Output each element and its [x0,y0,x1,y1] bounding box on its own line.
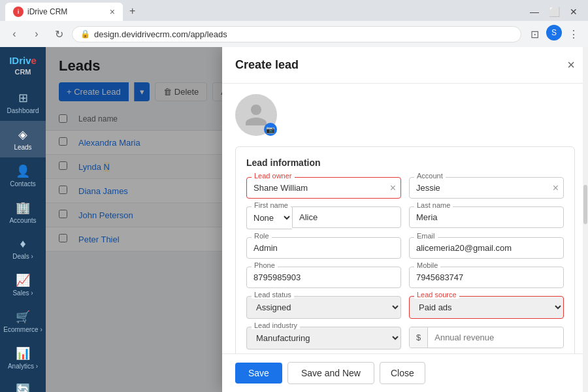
avatar-container: 📷 [235,94,277,136]
tab-favicon: i [13,7,24,17]
first-name-group: First name None Mr. Ms. Mrs. Dr. [246,206,401,229]
sidebar: IDrive CRM ⊞ Dashboard ◈ Leads 👤 Contact… [0,47,46,392]
mobile-input[interactable] [409,267,564,288]
annual-revenue-input[interactable] [428,327,563,348]
camera-icon: 📷 [266,125,275,134]
modal-header: Create lead × [222,47,588,84]
close-window-button[interactable]: ✕ [564,3,583,21]
sidebar-item-deals[interactable]: ♦ Deals › [0,231,46,267]
sidebar-item-ecommerce[interactable]: 🛒 Ecommerce › [0,303,46,340]
contacts-icon: 👤 [16,164,30,178]
avatar-section: 📷 [235,94,575,136]
annual-revenue-input-wrapper: $ [409,327,564,348]
sidebar-item-contacts[interactable]: 👤 Contacts [0,157,46,194]
account-label: Account [414,172,446,180]
annual-revenue-field: $ [409,327,564,350]
name-prefix-select[interactable]: None Mr. Ms. Mrs. Dr. [246,206,292,229]
profile-avatar[interactable]: S [546,25,562,41]
form-row-role-email: Role Email [246,237,564,259]
first-name-input[interactable] [292,206,401,228]
minimize-button[interactable]: — [525,3,544,21]
lead-source-select[interactable]: Paid ads Organic Referral Social Media [409,296,564,319]
accounts-icon: 🏢 [16,201,30,215]
lead-information-section: Lead information Lead owner × Account × [235,146,575,353]
modal-title: Create lead [235,58,299,72]
sidebar-item-accounts[interactable]: 🏢 Accounts [0,194,46,231]
avatar-edit-button[interactable]: 📷 [264,123,277,136]
lead-source-label: Lead source [414,291,459,299]
name-prefix-group: None Mr. Ms. Mrs. Dr. [246,206,292,229]
lead-industry-field: Lead industry Manufacturing Technology H… [246,327,401,350]
last-name-group: Last name [409,206,564,229]
active-tab: i iDrive CRM × [5,3,123,21]
tab-title: iDrive CRM [27,7,67,16]
role-label: Role [252,232,272,240]
forward-button[interactable]: › [27,25,46,43]
form-row-name: First name None Mr. Ms. Mrs. Dr. [246,206,564,229]
data-migration-icon: 🔄 [16,383,30,392]
tab-close-button[interactable]: × [110,7,115,16]
security-icon: 🔒 [80,29,90,39]
email-input[interactable] [409,237,564,259]
last-name-label: Last name [414,201,453,209]
ecommerce-icon: 🛒 [16,310,30,324]
modal-body[interactable]: 📷 Lead information Lead owner × [222,84,588,353]
form-row-owner-account: Lead owner × Account × [246,177,564,199]
lead-status-select[interactable]: Assigned New In Progress Closed [246,296,401,319]
sidebar-item-data-migration[interactable]: 🔄 Data Migration [0,376,46,392]
deals-icon: ♦ [20,237,25,251]
form-row-industry-revenue: Lead industry Manufacturing Technology H… [246,327,564,350]
first-name-field [292,206,401,229]
browser-controls: ‹ › ↻ 🔒 design.devidrivecrm.com/app/lead… [0,21,588,47]
refresh-button[interactable]: ↻ [50,25,68,43]
email-label: Email [414,232,438,240]
phone-label: Phone [252,261,278,269]
account-input[interactable] [409,177,564,199]
create-lead-modal: Create lead × 📷 Le [222,47,588,392]
sidebar-item-analytics[interactable]: 📊 Analytics › [0,340,46,376]
browser-actions: ⊡ S ⋮ [525,25,583,43]
address-bar[interactable]: 🔒 design.devidrivecrm.com/app/leads [72,26,521,42]
maximize-button[interactable]: ⬜ [545,3,563,21]
lead-owner-clear-button[interactable]: × [390,182,396,194]
form-row-status-source: Lead status Assigned New In Progress Clo… [246,296,564,319]
scrollbar-thumb [583,185,587,224]
role-input[interactable] [246,237,401,259]
modal-footer: Save Save and New Close [222,353,588,392]
last-name-input[interactable] [409,206,564,228]
currency-symbol: $ [410,327,428,348]
close-button[interactable]: Close [380,362,425,384]
leads-icon: ◈ [18,127,27,142]
sidebar-item-sales[interactable]: 📈 Sales › [0,267,46,303]
save-button[interactable]: Save [235,363,282,384]
form-row-phone-mobile: Phone Mobile [246,267,564,288]
menu-button[interactable]: ⋮ [564,25,583,43]
lead-owner-input[interactable] [246,177,401,199]
app-container: IDrive CRM ⊞ Dashboard ◈ Leads 👤 Contact… [0,47,588,392]
save-and-new-button[interactable]: Save and New [287,362,374,384]
mobile-field: Mobile [409,267,564,288]
sidebar-item-dashboard[interactable]: ⊞ Dashboard [0,84,46,121]
scrollbar-track[interactable] [583,47,588,392]
sales-icon: 📈 [16,273,30,287]
lead-industry-select[interactable]: Manufacturing Technology Healthcare Fina… [246,327,401,350]
sidebar-item-leads[interactable]: ◈ Leads [0,121,46,157]
lead-owner-label: Lead owner [252,172,295,180]
new-tab-button[interactable]: + [123,1,142,21]
mobile-label: Mobile [414,261,440,269]
account-clear-button[interactable]: × [553,182,559,194]
lead-industry-label: Lead industry [252,321,300,329]
modal-close-button[interactable]: × [567,57,575,73]
back-button[interactable]: ‹ [5,25,24,43]
first-name-label: First name [252,201,291,209]
phone-input[interactable] [246,267,401,288]
extensions-button[interactable]: ⊡ [525,25,544,43]
lead-owner-field: Lead owner × [246,177,401,199]
main-content: Leads + Create Lead ▾ 🗑 Delete Actions L… [46,47,588,392]
section-title: Lead information [246,157,564,168]
lead-source-field: Lead source Paid ads Organic Referral So… [409,296,564,319]
lead-status-field: Lead status Assigned New In Progress Clo… [246,296,401,319]
account-field: Account × [409,177,564,199]
role-field: Role [246,237,401,259]
phone-field: Phone [246,267,401,288]
